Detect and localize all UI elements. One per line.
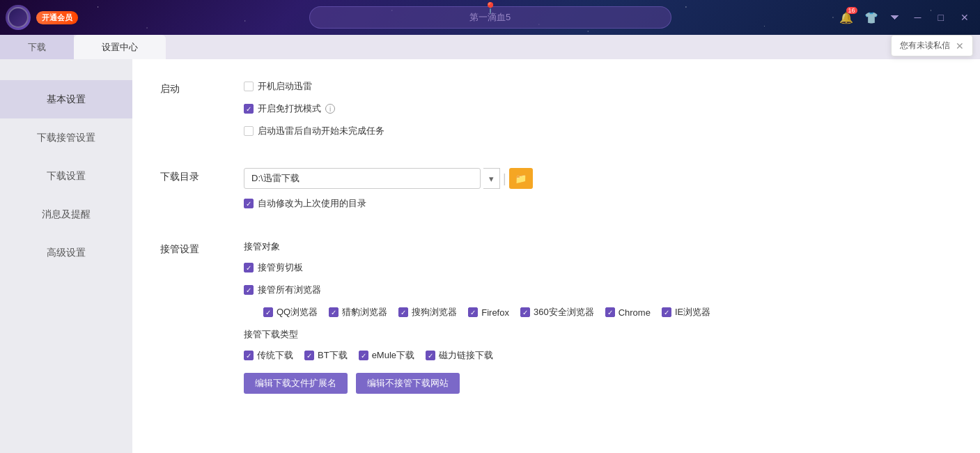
nodisturb-checkbox[interactable] xyxy=(244,104,254,114)
type-traditional-label: 传统下载 xyxy=(257,349,293,362)
browser-ie: IE浏览器 xyxy=(662,306,710,318)
download-dir-section: 下载目录 ▾ | 📁 自动修改为上次使用的目录 xyxy=(160,168,952,220)
type-bt-checkbox[interactable] xyxy=(304,351,314,360)
notifications-icon[interactable]: 🔔 16 xyxy=(837,8,856,27)
browser-ie-label: IE浏览器 xyxy=(675,306,710,318)
nodisturb-label: 开启免打扰模式 xyxy=(258,102,321,115)
dir-dropdown-button[interactable]: ▾ xyxy=(483,168,500,189)
autostart-label: 开机启动迅雷 xyxy=(258,80,312,93)
sidebar-item-download-cfg[interactable]: 下载设置 xyxy=(0,157,132,195)
vip-badge[interactable]: 开通会员 xyxy=(36,11,78,24)
browser-leopard-checkbox[interactable] xyxy=(329,307,339,317)
auto-remember-row: 自动修改为上次使用的目录 xyxy=(244,197,952,210)
dir-separator: | xyxy=(503,171,506,186)
download-path-input[interactable] xyxy=(244,168,481,189)
browser-leopard-label: 猎豹浏览器 xyxy=(342,306,387,318)
autostart-checkbox[interactable] xyxy=(244,82,254,91)
browser-chrome-checkbox[interactable] xyxy=(605,307,615,317)
browser-sogou-label: 搜狗浏览器 xyxy=(412,306,457,318)
notification-text: 您有未读私信 xyxy=(900,40,950,52)
all-browsers-checkbox[interactable] xyxy=(244,285,254,295)
main-container: 基本设置 下载接管设置 下载设置 消息及提醒 高级设置 启动 开机启动迅雷 xyxy=(0,59,980,453)
sidebar-item-notifications[interactable]: 消息及提醒 xyxy=(0,195,132,233)
browser-firefox-label: Firefox xyxy=(481,307,509,318)
notification-popup: 您有未读私信 ✕ xyxy=(891,35,973,56)
auto-remember-checkbox[interactable] xyxy=(244,199,254,208)
browser-leopard: 猎豹浏览器 xyxy=(329,306,387,318)
sidebar-item-basic[interactable]: 基本设置 xyxy=(0,80,132,118)
clipboard-checkbox[interactable] xyxy=(244,263,254,272)
shirt-icon[interactable]: 👕 xyxy=(862,8,881,27)
maximize-button[interactable]: □ xyxy=(933,9,949,26)
browser-sogou-checkbox[interactable] xyxy=(398,307,408,317)
all-browsers-row: 接管所有浏览器 xyxy=(244,284,952,296)
type-bt: BT下载 xyxy=(304,349,348,362)
autoresume-checkbox[interactable] xyxy=(244,126,254,136)
type-magnet: 磁力链接下载 xyxy=(426,349,493,362)
browser-360: 360安全浏览器 xyxy=(520,306,594,318)
tabbar: 下载 设置中心 xyxy=(0,35,980,59)
nodisturb-row: 开启免打扰模式 i xyxy=(244,102,952,115)
sidebar-item-advanced[interactable]: 高级设置 xyxy=(0,233,132,272)
tab-settings[interactable]: 设置中心 xyxy=(74,35,166,59)
type-emule-checkbox[interactable] xyxy=(359,351,368,360)
all-browsers-label: 接管所有浏览器 xyxy=(258,284,321,296)
edit-extensions-button[interactable]: 编辑下载文件扩展名 xyxy=(244,373,348,394)
type-traditional: 传统下载 xyxy=(244,349,293,362)
edit-sites-button[interactable]: 编辑不接管下载网站 xyxy=(356,373,460,394)
takeover-section: 接管设置 接管对象 接管剪切板 接管所有浏览器 QQ浏览器 xyxy=(160,240,952,394)
dir-browse-button[interactable]: 📁 xyxy=(509,168,533,189)
startup-label: 启动 xyxy=(160,80,244,95)
search-bar[interactable]: 📍 第一滴血5 xyxy=(309,6,671,29)
browser-chrome-label: Chrome xyxy=(619,307,651,318)
takeover-target-title: 接管对象 xyxy=(244,240,952,253)
browser-360-label: 360安全浏览器 xyxy=(534,306,594,318)
download-types-title: 接管下载类型 xyxy=(244,328,952,341)
startup-section: 启动 开机启动迅雷 开启免打扰模式 i 启动迅雷后自动开始未完成任务 xyxy=(160,80,952,147)
download-dir-content: ▾ | 📁 自动修改为上次使用的目录 xyxy=(244,168,952,220)
sidebar-item-download-mgr[interactable]: 下载接管设置 xyxy=(0,118,132,157)
app-logo xyxy=(6,5,31,30)
titlebar: 开通会员 📍 第一滴血5 🔔 16 👕 ⏷ ─ □ ✕ xyxy=(0,0,980,35)
type-magnet-checkbox[interactable] xyxy=(426,351,435,360)
auto-remember-label: 自动修改为上次使用的目录 xyxy=(258,197,366,210)
browser-ie-checkbox[interactable] xyxy=(662,307,671,317)
browser-list: QQ浏览器 猎豹浏览器 搜狗浏览器 Firefox xyxy=(244,306,952,318)
action-buttons: 编辑下载文件扩展名 编辑不接管下载网站 xyxy=(244,373,952,394)
notification-badge: 16 xyxy=(846,7,857,14)
sidebar: 基本设置 下载接管设置 下载设置 消息及提醒 高级设置 xyxy=(0,59,132,453)
download-dir-label: 下载目录 xyxy=(160,168,244,183)
funnel-icon[interactable]: ⏷ xyxy=(887,8,903,26)
type-magnet-label: 磁力链接下载 xyxy=(439,349,493,362)
autoresume-row: 启动迅雷后自动开始未完成任务 xyxy=(244,125,952,137)
notification-close-button[interactable]: ✕ xyxy=(956,40,964,52)
browser-qq-label: QQ浏览器 xyxy=(277,306,318,318)
settings-content: 启动 开机启动迅雷 开启免打扰模式 i 启动迅雷后自动开始未完成任务 下载 xyxy=(132,59,980,453)
type-traditional-checkbox[interactable] xyxy=(244,351,254,360)
tab-download[interactable]: 下载 xyxy=(0,35,74,59)
browser-360-checkbox[interactable] xyxy=(520,307,530,317)
close-button[interactable]: ✕ xyxy=(955,9,974,26)
browser-qq: QQ浏览器 xyxy=(263,306,318,318)
search-pin-icon: 📍 xyxy=(483,1,497,15)
type-emule-label: eMule下载 xyxy=(372,349,414,362)
titlebar-left: 开通会员 xyxy=(0,5,78,30)
minimize-button[interactable]: ─ xyxy=(909,9,927,26)
browser-chrome: Chrome xyxy=(605,307,651,318)
browser-qq-checkbox[interactable] xyxy=(263,307,273,317)
clipboard-row: 接管剪切板 xyxy=(244,261,952,274)
takeover-content: 接管对象 接管剪切板 接管所有浏览器 QQ浏览器 猎豹 xyxy=(244,240,952,394)
browser-sogou: 搜狗浏览器 xyxy=(398,306,457,318)
browser-firefox: Firefox xyxy=(468,307,509,318)
browser-firefox-checkbox[interactable] xyxy=(468,307,478,317)
dir-row: ▾ | 📁 xyxy=(244,168,952,189)
takeover-label: 接管设置 xyxy=(160,240,244,256)
clipboard-label: 接管剪切板 xyxy=(258,261,303,274)
download-types-list: 传统下载 BT下载 eMule下载 磁力链接下载 xyxy=(244,349,952,362)
type-emule: eMule下载 xyxy=(359,349,414,362)
type-bt-label: BT下载 xyxy=(318,349,348,362)
startup-options: 开机启动迅雷 开启免打扰模式 i 启动迅雷后自动开始未完成任务 xyxy=(244,80,952,147)
nodisturb-info-icon[interactable]: i xyxy=(325,104,335,114)
autoresume-label: 启动迅雷后自动开始未完成任务 xyxy=(258,125,384,137)
titlebar-right: 🔔 16 👕 ⏷ ─ □ ✕ xyxy=(837,8,974,27)
